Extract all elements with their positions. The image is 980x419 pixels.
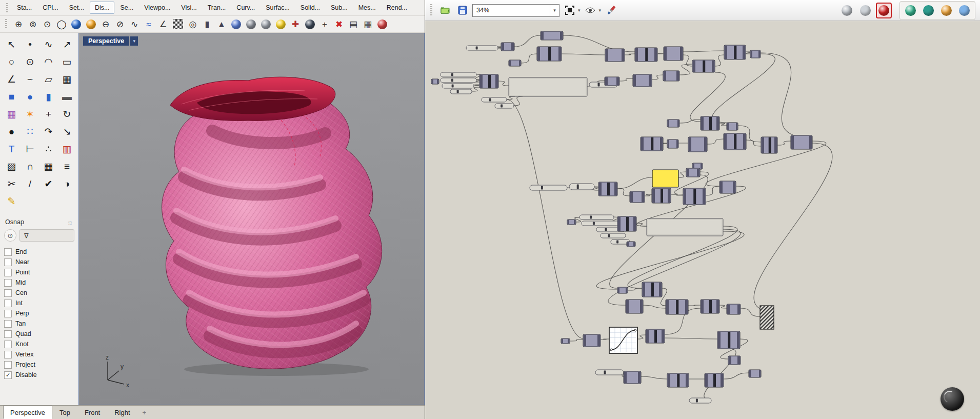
gh-slider[interactable] [569,184,594,190]
gh-param[interactable] [627,242,635,247]
viewport-title-label[interactable]: Perspective [83,36,129,46]
menu-item-mes[interactable]: Mes... [353,2,381,14]
osnap-option-end[interactable]: End [4,247,74,257]
cone-icon[interactable]: ▲ [215,18,228,30]
menu-item-set[interactable]: Set... [64,2,89,14]
move-icon[interactable]: + [318,18,331,30]
gh-param[interactable] [617,287,628,293]
gh-component[interactable] [624,371,641,384]
gh-component[interactable] [717,331,740,349]
compass-icon[interactable]: ✚ [289,18,302,30]
preview-visibility-button[interactable] [584,4,597,17]
globe-icon[interactable]: ⊕ [12,18,25,30]
cylinder-icon[interactable]: ▮ [39,88,57,105]
gh-component[interactable] [686,168,700,177]
checkbox-cen[interactable] [4,289,12,297]
osnap-option-int[interactable]: Int [4,298,74,308]
point-icon[interactable]: • [21,36,39,53]
stereo-view-icon[interactable] [305,19,315,29]
gh-param[interactable] [667,139,678,148]
menu-item-surfac[interactable]: Surfac... [261,2,295,14]
curve-arrow-icon[interactable]: ↗ [58,36,76,53]
gh-component[interactable] [583,334,601,347]
toolbar-grip-handle[interactable] [5,19,7,29]
osnap-option-project[interactable]: Project [4,360,74,370]
checkbox-int[interactable] [4,300,12,307]
save-file-button[interactable] [455,4,469,17]
array-icon[interactable]: ∴ [39,141,57,157]
sphere-blue-icon[interactable] [71,19,81,29]
gh-graph-mapper[interactable] [609,327,637,353]
gh-slider[interactable] [530,185,567,190]
osnap-option-cen[interactable]: Cen [4,288,74,298]
plugin-puzzle-icon[interactable]: ▦ [3,106,21,123]
gh-slider[interactable] [579,215,614,220]
delete-icon[interactable]: ✖ [333,18,345,30]
menubar-grip-handle[interactable] [6,3,8,12]
gh-slider[interactable] [582,221,619,226]
checkbox-point[interactable] [4,269,12,276]
spark-icon[interactable]: ✶ [21,106,39,123]
globe-tilt-icon[interactable]: ⊘ [114,18,126,30]
blocks-icon[interactable]: ▦ [362,18,374,30]
grid-icon[interactable]: ▦ [39,158,57,175]
osnap-option-mid[interactable]: Mid [4,277,74,288]
spheres-icon[interactable] [231,19,241,29]
checkbox-knot[interactable] [4,341,12,348]
gh-slider[interactable] [450,89,472,94]
checkbox-near[interactable] [4,258,12,266]
gear-icon[interactable]: ☼ [67,218,73,226]
gh-slider[interactable] [441,78,476,83]
osnap-option-tan[interactable]: Tan [4,318,74,329]
gh-slider[interactable] [442,84,474,88]
sphere-icon[interactable]: ● [21,88,39,105]
curve-points-icon[interactable]: ∿ [39,36,57,53]
gh-component[interactable] [605,49,625,62]
align-icon[interactable]: ≡ [58,158,76,175]
gh-component[interactable] [664,47,683,61]
pen-icon[interactable]: ✎ [3,193,21,210]
select-arrow-icon[interactable]: ↖ [3,36,21,53]
canvas-navigation-ball[interactable] [941,387,964,411]
open-file-button[interactable] [438,4,452,17]
viewport-title[interactable]: Perspective ▾ [83,36,138,46]
shade-icon[interactable]: ◑ [58,175,76,192]
gh-component[interactable] [663,71,679,81]
mesh-edges-preview-icon[interactable] [921,3,936,18]
gh-param[interactable] [509,60,521,66]
gh-component[interactable] [667,373,689,387]
curve-edit-icon[interactable]: ↷ [39,123,57,140]
mesh-sphere-icon[interactable] [246,19,256,29]
checkered-flag-icon[interactable] [173,19,183,29]
curve-icon[interactable]: ∿ [128,18,141,30]
grasshopper-canvas[interactable] [425,21,980,419]
surface-icon[interactable]: ▱ [39,71,57,88]
zoom-extents-button[interactable] [563,4,576,17]
gh-component[interactable] [701,300,719,313]
no-preview-icon[interactable] [839,3,855,18]
gh-component[interactable] [688,137,707,152]
gh-component[interactable] [537,47,562,61]
gumball-icon[interactable] [377,19,387,29]
gh-param[interactable] [431,79,439,84]
scale-icon[interactable]: ↘ [58,123,76,140]
viewport-tab-top[interactable]: Top [52,406,77,419]
transparent-preview-icon[interactable] [956,3,972,18]
checkbox-disable[interactable]: ✓ [4,371,12,379]
menu-item-sta[interactable]: Sta... [12,2,37,14]
disc-icon[interactable] [261,19,271,29]
hatch-icon[interactable]: ▨ [3,158,21,175]
gh-component[interactable] [719,181,736,193]
gh-component[interactable] [652,188,671,203]
gh-component[interactable] [646,329,665,343]
gh-param[interactable] [750,50,761,58]
freeform-curve-icon[interactable]: ~ [21,71,39,88]
gh-slider[interactable] [495,104,514,108]
gh-component[interactable] [630,191,645,203]
polygon-icon[interactable]: ∠ [3,71,21,88]
slab-icon[interactable]: ▬ [58,88,76,105]
checkbox-end[interactable] [4,248,12,256]
checkbox-vertex[interactable] [4,351,12,358]
chevron-down-icon[interactable]: ▾ [550,5,559,16]
menu-item-cpl[interactable]: CPl... [37,2,64,14]
